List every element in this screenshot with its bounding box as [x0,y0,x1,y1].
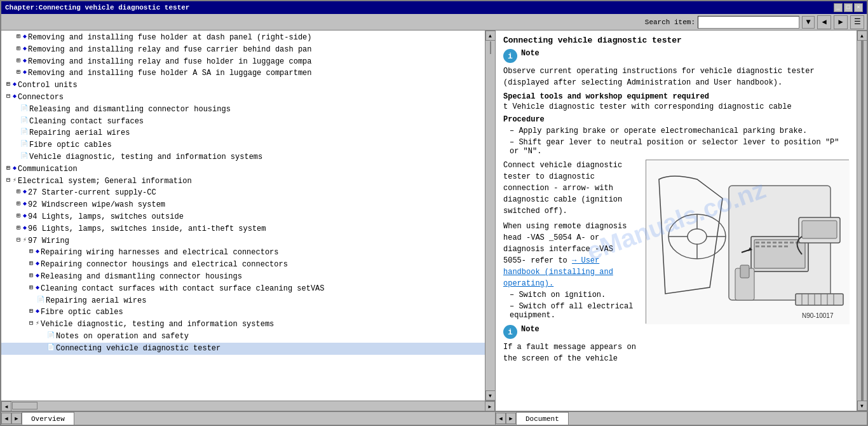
search-next-button[interactable]: ▶ [834,15,848,29]
list-item[interactable]: ⊟ ⚡ Electrical system; General informati… [1,175,485,188]
list-item[interactable]: ⊞ ◆ Communication [1,163,485,175]
list-item[interactable]: ⊞ ◆ 96 Lights, lamps, switches inside, a… [1,223,485,235]
list-item[interactable]: ⊟ ⚡ 97 Wiring [1,235,485,247]
item-text[interactable]: Repairing connector housings and electri… [41,259,288,270]
search-dropdown[interactable]: ▼ [802,16,815,29]
list-item[interactable]: 📄 Repairing aerial wires [1,295,485,307]
item-text[interactable]: Releasing and dismantling connector hous… [29,104,231,115]
minimize-button[interactable]: _ [834,3,843,12]
diagram-svg: N90-10017 [646,160,850,324]
item-text[interactable]: Repairing aerial wires [46,296,146,306]
list-item[interactable]: ⊞ ◆ Repairing connector housings and ele… [1,259,485,271]
item-text[interactable]: Cleaning contact surfaces with contact s… [41,284,324,294]
expand-icon[interactable]: ⊞ [27,284,36,292]
item-text[interactable]: 92 Windscreen wipe/wash system [28,200,165,210]
switch-off-text: Switch off all electrical equipment. [510,302,633,320]
right-nav-next-button[interactable]: ▶ [506,413,516,424]
right-nav-prev-button[interactable]: ◀ [496,413,506,424]
close-button[interactable]: × [854,3,863,12]
list-item[interactable]: 📄 Releasing and dismantling connector ho… [1,104,485,116]
right-scroll-up-button[interactable]: ▲ [857,31,867,41]
list-item[interactable]: 📄 Fibre optic cables [1,139,485,151]
expand-icon[interactable]: ⊞ [14,68,23,77]
list-item[interactable]: ⊞ ◆ Repairing wiring harnesses and elect… [1,247,485,259]
scroll-down-button[interactable]: ▼ [485,390,496,401]
item-text[interactable]: Removing and installing fuse holder A SA… [28,68,311,79]
left-nav-next-button[interactable]: ▶ [11,413,22,424]
list-item[interactable]: 📄 Vehicle diagnostic, testing and inform… [1,151,485,163]
list-item[interactable]: ⊞ ◆ Removing and installing fuse holder … [1,67,485,79]
scroll-left-button[interactable]: ◀ [1,401,11,411]
item-text[interactable]: Repairing wiring harnesses and electrica… [41,247,278,258]
expand-icon[interactable]: ⊞ [27,271,36,280]
item-text[interactable]: 94 Lights, lamps, switches outside [28,212,184,223]
item-text[interactable]: 96 Lights, lamps, switches inside, anti-… [28,224,266,235]
expand-icon[interactable]: ⊟ [4,92,13,101]
item-text[interactable]: Fibre optic cables [41,307,123,318]
right-scroll-down-button[interactable]: ▼ [857,401,867,411]
search-prev-button[interactable]: ◀ [817,15,831,29]
item-text[interactable]: Connecting vehicle diagnostic tester [56,343,220,354]
scroll-right-button[interactable]: ▶ [485,401,495,411]
expand-icon[interactable]: ⊞ [27,259,36,268]
expand-icon[interactable]: ⊞ [14,200,23,209]
expand-icon[interactable]: ⊞ [4,164,13,173]
item-text[interactable]: Cleaning contact surfaces [29,116,144,127]
left-nav-prev-button[interactable]: ◀ [1,413,11,424]
list-item[interactable]: 📄 Repairing aerial wires [1,127,485,139]
right-scrollbar-vertical[interactable]: ▲ ▼ [857,31,867,411]
expand-icon[interactable]: ⊞ [27,307,36,316]
left-scrollbar-vertical[interactable]: ▲ ▼ [485,31,495,401]
tab-overview[interactable]: Overview [22,412,74,425]
expand-icon[interactable]: ⊞ [14,45,23,53]
list-item[interactable]: ⊞ ◆ Control units [1,79,485,92]
item-text[interactable]: Control units [18,80,78,91]
item-text[interactable]: Fibre optic cables [29,140,112,151]
item-text[interactable]: Repairing aerial wires [29,128,130,139]
list-item[interactable]: 📄 Connecting vehicle diagnostic tester [1,343,485,355]
list-item[interactable]: ⊞ ◆ 27 Starter-current supply-CC [1,187,485,199]
item-text[interactable]: Vehicle diagnostic, testing and informat… [29,152,262,163]
item-text[interactable]: 97 Wiring [28,236,69,247]
list-item[interactable]: ⊞ ◆ 92 Windscreen wipe/wash system [1,199,485,211]
item-text[interactable]: Removing and installing fuse holder at d… [28,32,311,43]
list-item[interactable]: ⊞ ◆ Removing and installing fuse holder … [1,32,485,44]
item-text[interactable]: Releasing and dismantling connector hous… [41,271,242,282]
item-text[interactable]: Notes on operation and safety [56,331,189,342]
expand-icon[interactable]: ⊞ [27,247,36,256]
expand-icon[interactable]: ⊞ [14,32,23,41]
list-item[interactable]: ⊞ ◆ Removing and installing relay and fu… [1,56,485,68]
list-item[interactable]: ⊞ ◆ Cleaning contact surfaces with conta… [1,283,485,295]
item-text[interactable]: Electrical system; General information [18,176,192,187]
list-item[interactable]: ⊞ ◆ 94 Lights, lamps, switches outside [1,211,485,223]
menu-button[interactable]: ☰ [850,15,864,29]
list-item[interactable]: 📄 Notes on operation and safety [1,331,485,343]
item-text[interactable]: Connectors [18,92,64,103]
item-text[interactable]: Removing and installing relay and fuse h… [28,57,311,67]
list-item[interactable]: 📄 Cleaning contact surfaces [1,116,485,128]
list-item[interactable]: ⊞ ◆ Releasing and dismantling connector … [1,271,485,283]
list-item[interactable]: ⊟ ◆ Connectors [1,92,485,104]
item-text[interactable]: Communication [18,164,78,175]
switch-off-dash: – [510,302,519,311]
expand-icon[interactable]: ⊞ [14,212,23,221]
item-text[interactable]: 27 Starter-current supply-CC [28,188,156,198]
diagram-container: N90-10017 [646,160,849,364]
left-scrollbar-horizontal[interactable]: ◀ ▶ [1,401,495,411]
maximize-button[interactable]: □ [844,3,853,12]
expand-icon[interactable]: ⊟ [4,176,13,185]
expand-icon[interactable]: ⊞ [4,80,13,89]
expand-icon[interactable]: ⊟ [14,236,23,245]
item-text[interactable]: Removing and installing relay and fuse c… [28,45,311,55]
list-item[interactable]: ⊞ ◆ Removing and installing relay and fu… [1,44,485,56]
tab-document[interactable]: Document [516,412,569,425]
scroll-up-button[interactable]: ▲ [485,31,496,41]
list-item[interactable]: ⊟ ⚡ Vehicle diagnostic, testing and info… [1,319,485,331]
search-input[interactable] [698,16,799,29]
expand-icon[interactable]: ⊞ [14,224,23,233]
item-text[interactable]: Vehicle diagnostic, testing and informat… [41,319,274,330]
expand-icon[interactable]: ⊞ [14,188,23,196]
expand-icon[interactable]: ⊞ [14,57,23,65]
list-item[interactable]: ⊞ ◆ Fibre optic cables [1,306,485,319]
expand-icon[interactable]: ⊟ [27,319,36,328]
